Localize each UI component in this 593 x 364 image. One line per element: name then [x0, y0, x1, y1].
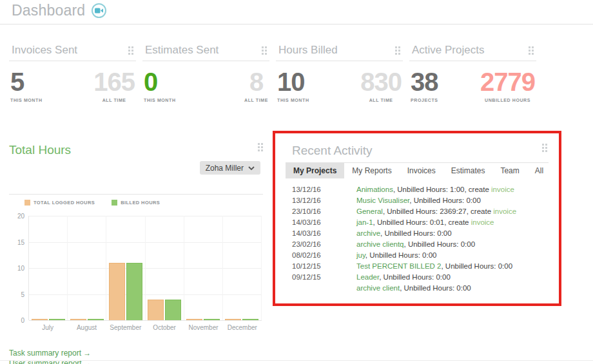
activity-row: 23/10/16General, Unbilled Hours: 2369:27…: [286, 206, 549, 217]
project-link[interactable]: archive client: [356, 284, 400, 292]
video-camera-icon: [95, 8, 103, 14]
x-axis-label: July: [28, 324, 67, 331]
drag-handle-icon[interactable]: [395, 46, 400, 55]
bar-logged[interactable]: [225, 319, 241, 320]
create-invoice-link[interactable]: invoice: [491, 186, 514, 193]
stat-number: 5: [10, 68, 43, 96]
user-filter-dropdown[interactable]: Zoha Miller: [200, 161, 260, 175]
bar-logged[interactable]: [70, 319, 86, 320]
chevron-down-icon: [248, 166, 255, 170]
chart-x-labels: JulyAugustSeptemberOctoberNovemberDecemb…: [28, 324, 262, 331]
stat-label: THIS MONTH: [144, 98, 176, 102]
y-axis-tick-label: 0: [21, 317, 24, 324]
stat-number: 10: [277, 68, 309, 96]
activity-detail: , Unbilled Hours: 0:00: [379, 273, 451, 281]
stat-card-header: Hours Billed: [276, 43, 403, 61]
activity-row: 23/02/16archive clientq, Unbilled Hours:…: [286, 239, 549, 250]
x-axis-label: November: [184, 324, 222, 331]
bar-group: [184, 216, 223, 320]
drag-handle-icon[interactable]: [262, 46, 267, 55]
activity-date: 13/12/16: [286, 184, 356, 195]
project-link[interactable]: Animations: [356, 186, 393, 193]
project-link[interactable]: General: [356, 207, 383, 215]
bar-billed[interactable]: [242, 319, 258, 320]
video-tutorial-button[interactable]: [92, 3, 106, 18]
project-link[interactable]: Leader: [356, 273, 379, 281]
stat-card-values: 38PROJECTS2779UNBILLED HOURS: [409, 68, 536, 102]
activity-detail: , Unbilled Hours: 0:00: [441, 262, 512, 270]
drag-handle-icon[interactable]: [529, 46, 534, 55]
tab-estimates[interactable]: Estimates: [443, 163, 493, 178]
stat-value-block: 8ALL TIME: [244, 68, 268, 102]
recent-activity-list: 13/12/16Animations, Unbilled Hours: 1:00…: [286, 184, 549, 294]
activity-row: 13/12/16Animations, Unbilled Hours: 1:00…: [286, 184, 549, 195]
x-axis-label: August: [67, 324, 106, 331]
project-link[interactable]: archive: [356, 229, 380, 237]
activity-description: archive client, Unbilled Hours: 0:00: [356, 283, 471, 294]
y-axis-tick-label: 5: [21, 291, 24, 298]
project-link[interactable]: Music Visualiser: [356, 196, 409, 204]
activity-date: 23/10/16: [286, 206, 356, 217]
bar-logged[interactable]: [109, 263, 125, 320]
total-hours-chart: 05101520 JulyAugustSeptemberOctoberNovem…: [9, 211, 263, 340]
footer-divider: [0, 360, 593, 361]
activity-date: 08/02/16: [286, 250, 356, 261]
tab-my-reports[interactable]: My Reports: [344, 163, 399, 178]
bar-logged[interactable]: [32, 319, 48, 320]
activity-date: 23/02/16: [286, 239, 356, 250]
y-axis-tick-label: 20: [17, 213, 24, 220]
activity-description: Test PERCENT BILLED 2, Unbilled Hours: 0…: [356, 261, 512, 272]
activity-detail: , Unbilled Hours: 0:00: [365, 251, 437, 259]
gridline: [29, 320, 262, 321]
drag-handle-icon[interactable]: [258, 143, 263, 151]
total-hours-title: Total Hours: [9, 143, 71, 157]
bar-logged[interactable]: [186, 319, 202, 320]
stat-number: 0: [144, 68, 176, 96]
activity-row: 13/12/16Music Visualiser, Unbilled Hours…: [286, 195, 549, 206]
activity-date: 14/03/16: [286, 217, 356, 228]
drag-handle-icon[interactable]: [542, 144, 547, 152]
chart-legend: TOTAL LOGGED HOURSBILLED HOURS: [24, 200, 263, 206]
activity-description: archive, Unbilled Hours: 0:00: [356, 228, 452, 239]
tab-team[interactable]: Team: [492, 163, 527, 178]
drag-handle-icon[interactable]: [128, 46, 133, 55]
task-summary-report-link[interactable]: Task summary report →: [9, 349, 263, 358]
stat-number: 830: [360, 68, 402, 96]
bar-billed[interactable]: [126, 263, 142, 320]
y-axis-tick-label: 10: [17, 265, 24, 272]
tab-invoices[interactable]: Invoices: [400, 163, 443, 178]
stat-value-block: 10THIS MONTH: [277, 68, 309, 102]
stat-label: ALL TIME: [369, 98, 393, 102]
stat-card-title: Hours Billed: [278, 44, 338, 57]
stat-value-block: 165ALL TIME: [93, 68, 135, 102]
activity-row: 14/03/16jan-1, Unbilled Hours: 0:01, cre…: [286, 217, 549, 228]
project-link[interactable]: archive clientq: [356, 240, 404, 248]
create-invoice-link[interactable]: invoice: [493, 207, 516, 215]
bar-logged[interactable]: [148, 300, 164, 320]
bar-billed[interactable]: [88, 319, 104, 320]
project-link[interactable]: Test PERCENT BILLED 2: [356, 262, 441, 270]
stat-number: 165: [93, 68, 135, 96]
tab-my-projects[interactable]: My Projects: [286, 163, 344, 178]
bar-billed[interactable]: [204, 319, 220, 320]
create-invoice-link[interactable]: invoice: [471, 218, 494, 226]
stat-card-title: Active Projects: [412, 44, 484, 57]
stat-value-block: 38PROJECTS: [411, 68, 438, 102]
activity-description: Leader, Unbilled Hours: 0:00: [356, 272, 451, 283]
legend-label: TOTAL LOGGED HOURS: [34, 200, 95, 206]
bar-billed[interactable]: [165, 300, 181, 320]
bar-billed[interactable]: [49, 319, 65, 320]
project-link[interactable]: juy: [356, 251, 365, 259]
activity-row: 14/03/16archive, Unbilled Hours: 0:00: [286, 228, 549, 239]
legend-label: BILLED HOURS: [121, 200, 160, 206]
activity-detail: , Unbilled Hours: 1:00, create: [393, 186, 491, 193]
dashboard-page: Dashboard Invoices Sent5THIS MONTH165ALL…: [0, 0, 593, 364]
stat-value-block: 5THIS MONTH: [10, 68, 43, 102]
activity-detail: , Unbilled Hours: 0:00: [400, 284, 471, 292]
recent-activity-tabs: My ProjectsMy ReportsInvoicesEstimatesTe…: [286, 163, 549, 178]
stat-card-values: 10THIS MONTH830ALL TIME: [276, 68, 403, 102]
tab-all[interactable]: All: [527, 163, 551, 178]
activity-description: General, Unbilled Hours: 2369:27, create…: [356, 206, 516, 217]
project-link[interactable]: jan-1: [356, 218, 373, 226]
stat-label: ALL TIME: [102, 98, 126, 102]
